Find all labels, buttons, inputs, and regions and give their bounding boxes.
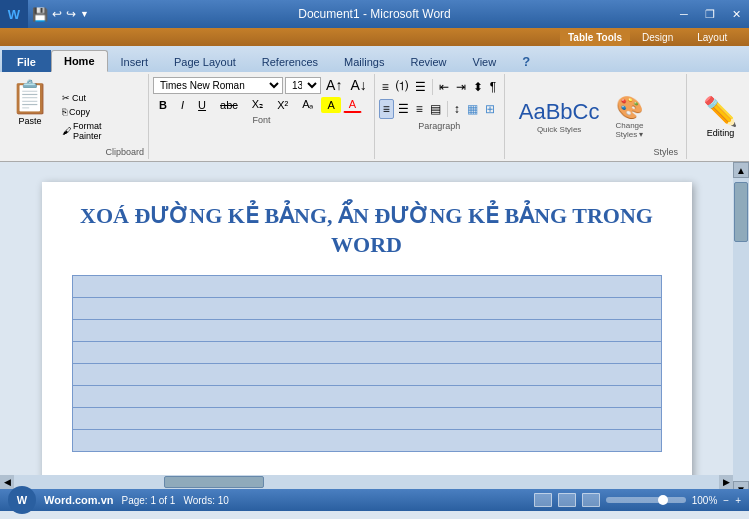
decrease-indent-button[interactable]: ⇤ [436, 78, 452, 96]
title-bar: W 💾 ↩ ↪ ▼ Document1 - Microsoft Word ─ ❐… [0, 0, 749, 28]
doc-area: XOÁ ĐƯỜNG KẺ BẢNG, ẨN ĐƯỜNG KẺ BẢNG TRON… [0, 162, 733, 489]
tab-layout[interactable]: Layout [685, 28, 739, 46]
maximize-button[interactable]: ❐ [697, 0, 723, 28]
table-row [72, 386, 661, 408]
save-icon[interactable]: 💾 [32, 7, 48, 22]
table-row [72, 364, 661, 386]
tab-help[interactable]: ? [509, 50, 543, 72]
tab-home[interactable]: Home [51, 50, 108, 72]
vertical-scrollbar[interactable]: ▲ ▼ [733, 162, 749, 489]
doc-table[interactable] [72, 275, 662, 452]
font-group: Times New Roman 13 A↑ A↓ B I U abc X₂ X²… [149, 74, 375, 159]
sort-button[interactable]: ⬍ [470, 78, 486, 96]
bullets-button[interactable]: ≡ [379, 78, 392, 96]
scroll-right-arrow[interactable]: ▶ [719, 475, 733, 489]
brand-label: Word.com.vn [44, 494, 113, 506]
paragraph-label: Paragraph [379, 121, 500, 131]
tab-references[interactable]: References [249, 50, 331, 72]
doc-canvas[interactable]: XOÁ ĐƯỜNG KẺ BẢNG, ẨN ĐƯỜNG KẺ BẢNG TRON… [0, 162, 733, 475]
editing-group: ✏️ Editing [687, 74, 749, 159]
bold-button[interactable]: B [153, 97, 173, 113]
page-status: Page: 1 of 1 [121, 495, 175, 506]
change-styles-button[interactable]: 🎨 Change Styles ▾ [609, 92, 649, 142]
quick-styles-button[interactable]: AaBbCc Quick Styles [513, 96, 606, 137]
web-layout-button[interactable] [582, 493, 600, 507]
tab-view[interactable]: View [460, 50, 510, 72]
tab-mailings[interactable]: Mailings [331, 50, 397, 72]
shrink-font-button[interactable]: A↓ [347, 76, 369, 94]
full-screen-reading-button[interactable] [558, 493, 576, 507]
font-family-select[interactable]: Times New Roman [153, 77, 283, 94]
zoom-out-button[interactable]: − [723, 495, 729, 506]
zoom-thumb[interactable] [658, 495, 668, 505]
show-formatting-button[interactable]: ¶ [487, 78, 499, 96]
brand-area: W Word.com.vn [8, 486, 113, 514]
table-cell [72, 386, 661, 408]
superscript-button[interactable]: X² [271, 97, 294, 113]
copy-button[interactable]: ⎘ Copy [58, 106, 106, 118]
borders-button[interactable]: ⊞ [482, 100, 498, 118]
underline-button[interactable]: U [192, 97, 212, 113]
strikethrough-button[interactable]: abc [214, 97, 244, 113]
text-highlight-button[interactable]: A [321, 97, 340, 113]
font-row1: Times New Roman 13 A↑ A↓ [153, 76, 370, 94]
tab-file[interactable]: File [2, 50, 51, 72]
table-row [72, 320, 661, 342]
zoom-in-button[interactable]: + [735, 495, 741, 506]
change-styles-icon: 🎨 [616, 95, 643, 121]
tab-page-layout[interactable]: Page Layout [161, 50, 249, 72]
clipboard-group: 📋 Paste ✂ Cut ⎘ Copy 🖌 Format Painter Cl… [0, 74, 149, 159]
table-tools-label: Table Tools [560, 28, 630, 46]
align-left-button[interactable]: ≡ [379, 99, 394, 119]
numbering-button[interactable]: ⑴ [393, 76, 411, 97]
ribbon-tabs: File Home Insert Page Layout References … [0, 46, 749, 72]
undo-icon[interactable]: ↩ [52, 7, 62, 21]
font-size-select[interactable]: 13 [285, 77, 321, 94]
change-case-button[interactable]: Aₐ [296, 96, 319, 113]
tab-review[interactable]: Review [397, 50, 459, 72]
tab-design[interactable]: Design [630, 28, 685, 46]
font-label: Font [153, 115, 370, 125]
status-right: 100% − + [534, 493, 741, 507]
italic-button[interactable]: I [175, 97, 190, 113]
app-body: XOÁ ĐƯỜNG KẺ BẢNG, ẨN ĐƯỜNG KẺ BẢNG TRON… [0, 162, 749, 489]
table-tools-bar: Table Tools Design Layout [0, 28, 749, 46]
zoom-level: 100% [692, 495, 718, 506]
line-spacing-button[interactable]: ↕ [451, 100, 463, 118]
redo-icon[interactable]: ↪ [66, 7, 76, 21]
styles-label: Styles [654, 147, 679, 157]
align-center-button[interactable]: ☰ [395, 100, 412, 118]
shading-button[interactable]: ▦ [464, 100, 481, 118]
print-layout-button[interactable] [534, 493, 552, 507]
word-count: Words: 10 [183, 495, 228, 506]
table-cell [72, 276, 661, 298]
increase-indent-button[interactable]: ⇥ [453, 78, 469, 96]
grow-font-button[interactable]: A↑ [323, 76, 345, 94]
paste-button[interactable]: 📋 Paste [4, 76, 56, 157]
cut-button[interactable]: ✂ Cut [58, 92, 106, 104]
table-row [72, 342, 661, 364]
scroll-up-arrow[interactable]: ▲ [733, 162, 749, 178]
quick-styles-icon: AaBbCc [519, 99, 600, 125]
dropdown-arrow[interactable]: ▼ [80, 9, 89, 19]
doc-title: XOÁ ĐƯỜNG KẺ BẢNG, ẨN ĐƯỜNG KẺ BẢNG TRON… [72, 202, 662, 259]
zoom-slider[interactable] [606, 497, 686, 503]
justify-button[interactable]: ▤ [427, 100, 444, 118]
align-right-button[interactable]: ≡ [413, 100, 426, 118]
vertical-scroll-thumb[interactable] [734, 182, 748, 242]
font-color-button[interactable]: A [343, 96, 362, 113]
tab-insert[interactable]: Insert [108, 50, 162, 72]
word-logo: W [8, 486, 36, 514]
table-cell [72, 342, 661, 364]
close-button[interactable]: ✕ [723, 0, 749, 28]
editing-icon: ✏️ [703, 95, 738, 128]
quick-access-toolbar: 💾 ↩ ↪ ▼ [28, 7, 93, 22]
format-painter-button[interactable]: 🖌 Format Painter [58, 120, 106, 142]
separator2 [447, 101, 448, 117]
minimize-button[interactable]: ─ [671, 0, 697, 28]
editing-button[interactable]: ✏️ Editing [695, 91, 746, 142]
doc-page: XOÁ ĐƯỜNG KẺ BẢNG, ẨN ĐƯỜNG KẺ BẢNG TRON… [42, 182, 692, 475]
styles-group: AaBbCc Quick Styles 🎨 Change Styles ▾ St… [505, 74, 687, 159]
multilevel-button[interactable]: ☰ [412, 78, 429, 96]
subscript-button[interactable]: X₂ [246, 96, 269, 113]
